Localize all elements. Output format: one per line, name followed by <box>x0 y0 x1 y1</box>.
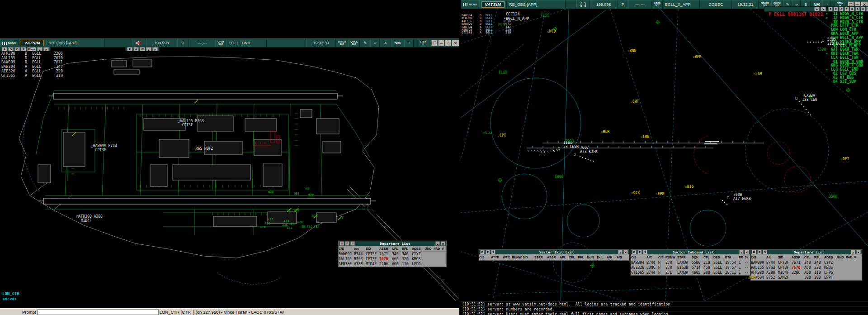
column-header[interactable]: A/H <box>607 256 617 259</box>
column-header[interactable]: Ex/N <box>587 256 597 259</box>
ground-aircraft-tag[interactable]: □AAL155 B763 CPT3F <box>178 119 204 127</box>
aircraft-tag-tcx33a[interactable]: TCX33A 138 160 <box>802 94 817 102</box>
waypoint-label-bpk[interactable]: ▫BPK <box>693 55 701 59</box>
column-header[interactable]: RFL <box>402 247 412 250</box>
list-row[interactable]: BAW394B744H27RLAM3A5506210EGLL19:54I-- <box>631 260 750 265</box>
waypoint-label-det[interactable]: ▫DET <box>840 157 849 161</box>
list-row[interactable]: AFR380A388MID4F2206A60110LFPG <box>751 270 862 275</box>
aircraft-tag-1161[interactable]: 1161 53 L65H <box>563 141 579 149</box>
square-target-icon[interactable]: □ <box>727 196 729 200</box>
column-header[interactable]: RFL <box>578 256 587 259</box>
column-header[interactable]: ETA <box>725 256 739 259</box>
column-header[interactable]: A/c <box>354 247 366 250</box>
aircraft-tag-7000[interactable]: 7000 A17 EGKB <box>733 193 751 201</box>
column-header[interactable]: A/C <box>646 256 658 259</box>
list-row[interactable]: AFR380A388MID4F2206A60110LFPG <box>339 262 446 267</box>
column-header[interactable]: SI <box>745 256 748 259</box>
list-button-s[interactable]: S <box>763 250 767 254</box>
column-header[interactable]: ADES <box>412 247 425 250</box>
list-button-b[interactable]: B <box>340 241 344 246</box>
column-header[interactable]: STAR <box>534 256 547 259</box>
list-row[interactable]: AEE326CONCH27RBIG3B5714450EGLL19:57I-- <box>631 265 750 270</box>
column-header[interactable]: STAR <box>677 256 692 259</box>
waypoint-label-may[interactable]: ▫MAY <box>747 276 756 280</box>
close-icon[interactable]: ✕ <box>856 250 861 254</box>
column-header[interactable]: CFL <box>703 256 713 259</box>
ground-aircraft-tag[interactable]: □AFR380 A388 MID4F <box>76 215 103 223</box>
column-header[interactable]: ASSR <box>792 256 804 259</box>
collapse-icon[interactable]: ▴ <box>739 250 744 254</box>
column-header[interactable]: ASSR <box>547 256 560 259</box>
square-target-icon[interactable]: □ <box>795 96 797 100</box>
list-row[interactable]: BAW099B744CPT3F7671340340CYYZ <box>751 260 862 265</box>
controller-row[interactable]: 64SJI_SUP <box>826 80 856 84</box>
list-button-f[interactable]: F <box>486 250 490 254</box>
list-button-f[interactable]: F <box>637 250 642 254</box>
aircraft-tag-7667[interactable]: 7667 A73 KJFK <box>580 146 598 154</box>
column-header[interactable]: PAD <box>846 256 854 259</box>
column-header[interactable]: SQK <box>692 256 703 259</box>
waypoint-label-epm[interactable]: ▫EPM <box>656 192 664 196</box>
waypoint-label-ock[interactable]: ▫OCK <box>631 191 640 195</box>
waypoint-label-cpt[interactable]: ▫CPT <box>497 134 506 138</box>
controller-info-popup[interactable]: CCC124 EGLL_N_APP <box>506 12 529 21</box>
column-header[interactable]: PAD <box>434 247 442 250</box>
waypoint-label-bnn[interactable]: ▫BNN <box>627 49 636 53</box>
column-header[interactable]: Ex/L <box>597 256 607 259</box>
close-icon[interactable]: ✕ <box>441 241 445 246</box>
column-header[interactable]: SID <box>366 247 379 250</box>
list-row[interactable]: BAW099B744CPT3F7671340340CYYZ <box>339 252 446 257</box>
list-button-d[interactable]: D <box>632 250 637 254</box>
column-header[interactable]: RFL <box>814 256 824 259</box>
list-row[interactable]: AAL155B763CPT3F7670A60320KBOS <box>339 257 446 262</box>
aircraft-tag-5585[interactable]: 5585 210 EGLL <box>827 38 845 46</box>
close-icon[interactable]: ✕ <box>623 250 628 254</box>
waypoint-label-bur[interactable]: ▫BUR <box>601 130 609 134</box>
flight-plan-row[interactable]: GTI565AEGLL319 <box>1 74 63 78</box>
column-header[interactable]: GND <box>425 247 434 250</box>
column-header[interactable]: WTC <box>503 256 512 259</box>
list-button-b[interactable]: B <box>752 250 756 254</box>
column-header[interactable]: ASSR <box>379 247 392 250</box>
flight-plan-row[interactable]: GTI565AEGLL319 <box>462 31 511 34</box>
collapse-icon[interactable]: ▴ <box>618 250 623 254</box>
column-header[interactable]: RUNW <box>512 256 523 259</box>
column-header[interactable]: C/S <box>658 256 665 259</box>
list-button-s[interactable]: S <box>491 250 495 254</box>
column-header[interactable]: SID <box>778 256 792 259</box>
circle-target-icon[interactable]: ○ <box>574 152 576 156</box>
list-button-f[interactable]: F <box>345 241 349 246</box>
list-button-s[interactable]: S <box>643 250 647 254</box>
ground-aircraft-tag[interactable]: □BAW099 B744 CPT3F <box>91 144 117 152</box>
waypoint-label-wco[interactable]: ▫WCO <box>547 29 556 33</box>
column-header[interactable]: C/S <box>339 247 354 250</box>
column-header[interactable]: CFL <box>804 256 814 259</box>
column-header[interactable]: V <box>442 247 444 250</box>
column-header[interactable]: A/c <box>766 256 778 259</box>
list-row[interactable]: BAW504B752SAM2F380380LPPT <box>751 275 862 280</box>
list-button-d[interactable]: D <box>480 250 485 254</box>
list-row[interactable]: AAL155B763CPT3F7670A60320KBOS <box>751 265 862 270</box>
column-header[interactable]: SID <box>523 256 534 259</box>
column-header[interactable]: RUNW <box>665 256 677 259</box>
square-target-icon[interactable]: □ <box>558 146 560 150</box>
list-row[interactable]: GTI565B744H27LLAM3A4605380EGLL20:11I-- <box>631 270 750 275</box>
column-header[interactable]: GND <box>837 256 846 259</box>
column-header[interactable]: FR <box>739 256 745 259</box>
column-header[interactable]: DES <box>713 256 725 259</box>
waypoint-label-lon[interactable]: ▫LON <box>641 135 649 139</box>
column-header[interactable]: ADES <box>824 256 837 259</box>
close-icon[interactable]: ✕ <box>745 250 749 254</box>
collapse-icon[interactable]: ▴ <box>435 241 440 246</box>
waypoint-label-lam[interactable]: ▫LAM <box>753 72 762 76</box>
column-header[interactable]: V <box>854 256 859 259</box>
square-target-icon[interactable]: □ <box>822 38 824 42</box>
column-header[interactable]: C/S <box>479 256 491 259</box>
collapse-icon[interactable]: ▴ <box>851 250 855 254</box>
list-button-s[interactable]: S <box>350 241 355 246</box>
waypoint-label-big[interactable]: ▫BIG <box>685 185 693 189</box>
waypoint-label-cht[interactable]: ▫CHT <box>630 100 639 104</box>
column-header[interactable]: ATYP <box>491 256 503 259</box>
list-button-f[interactable]: F <box>757 250 762 254</box>
column-header[interactable]: AFL <box>560 256 569 259</box>
